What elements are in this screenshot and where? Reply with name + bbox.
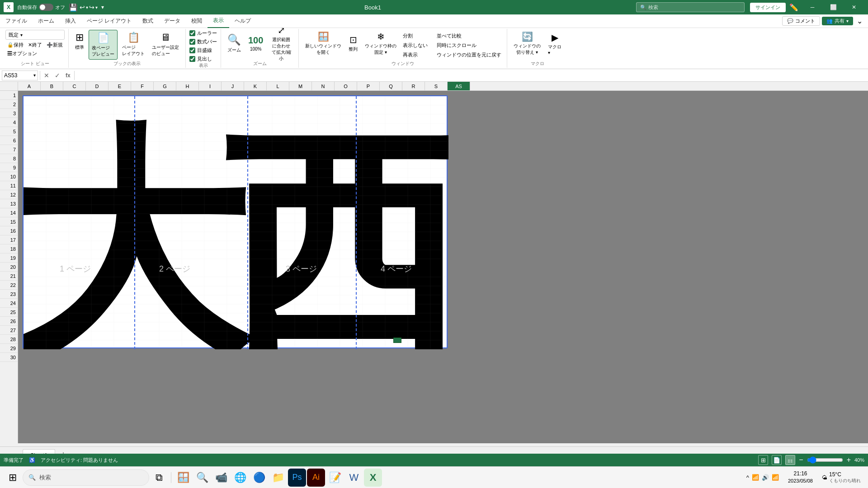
wifi-icon[interactable]: 📶 [772, 474, 779, 481]
col-header-B[interactable]: B [41, 82, 63, 90]
tab-file[interactable]: ファイル [0, 14, 33, 28]
taskbar-app-photoshop[interactable]: Ps [288, 469, 306, 487]
taskbar-app-explorer[interactable]: 📁 [269, 469, 287, 487]
page-layout-status-btn[interactable]: 📄 [772, 455, 782, 465]
ruler-checkbox[interactable]: ルーラー [189, 30, 217, 37]
cell-ref-dropdown-icon[interactable]: ▾ [33, 73, 36, 78]
restore-button[interactable]: ⬜ [823, 0, 844, 14]
new-btn[interactable]: ➕新規 [45, 41, 65, 49]
zoom-fit-btn[interactable]: ⤢ 選択範囲に合わせて拡大/縮小 [268, 30, 295, 57]
taskbar-app-edge[interactable]: 🌐 [231, 469, 249, 487]
tab-data[interactable]: データ [159, 14, 186, 28]
arrange-btn[interactable]: ⊡ 整列 [346, 30, 360, 57]
row-num-16[interactable]: 16 [0, 226, 18, 235]
row-num-6[interactable]: 6 [0, 136, 18, 145]
formula-input[interactable] [76, 70, 866, 80]
page-break-preview-btn[interactable]: 📄 改ページプレビュー [89, 30, 118, 60]
taskbar-app-chrome[interactable]: 🔵 [250, 469, 268, 487]
search-taskbar-btn[interactable]: 🔍 検索 [23, 469, 149, 486]
chevron-up-icon[interactable]: ^ [746, 474, 749, 481]
row-num-3[interactable]: 3 [0, 109, 18, 118]
ribbon-collapse-icon[interactable]: ⌄ [855, 17, 864, 25]
col-header-C[interactable]: C [63, 82, 86, 90]
close-button[interactable]: ✕ [844, 0, 864, 14]
show-btn[interactable]: 再表示 [401, 51, 429, 59]
col-header-M[interactable]: M [289, 82, 312, 90]
zoom-slider[interactable] [807, 456, 843, 464]
new-window-btn[interactable]: 🪟 新しいウィンドウを開く [302, 30, 344, 57]
row-num-25[interactable]: 25 [0, 308, 18, 317]
sheet-view-dropdown-icon[interactable]: ▾ [20, 33, 23, 38]
col-header-N[interactable]: N [312, 82, 335, 90]
row-num-24[interactable]: 24 [0, 299, 18, 308]
insert-function-icon[interactable]: fx [64, 72, 72, 79]
taskbar-app-teams[interactable]: 📹 [212, 469, 230, 487]
row-num-5[interactable]: 5 [0, 127, 18, 136]
col-header-I[interactable]: I [199, 82, 222, 90]
row-num-27[interactable]: 27 [0, 326, 18, 335]
page-preview-area[interactable]: 大 西 1 ページ 2 ページ 3 ページ 4 ページ [18, 91, 868, 443]
row-num-1[interactable]: 1 [0, 91, 18, 100]
end-btn[interactable]: ✕終了 [26, 41, 44, 49]
tab-page-layout[interactable]: ページ レイアウト [81, 14, 137, 28]
row-num-26[interactable]: 26 [0, 317, 18, 326]
row-num-14[interactable]: 14 [0, 208, 18, 217]
vpage-break-2[interactable] [247, 96, 248, 349]
split-btn[interactable]: 分割 [401, 32, 429, 40]
freeze-panes-btn[interactable]: ❄ ウィンドウ枠の固定 ▾ [362, 30, 399, 57]
row-num-17[interactable]: 17 [0, 235, 18, 244]
gridlines-checkbox[interactable]: 目盛線 [189, 47, 217, 54]
redo-dropdown-icon[interactable]: ▾ [95, 5, 98, 10]
row-num-2[interactable]: 2 [0, 100, 18, 109]
save-icon[interactable]: 💾 [69, 3, 78, 12]
normal-view-btn[interactable]: ⊞ 標準 [72, 30, 87, 52]
tab-formulas[interactable]: 数式 [137, 14, 159, 28]
hide-btn[interactable]: 表示しない [401, 41, 429, 50]
tab-insert[interactable]: 挿入 [60, 14, 81, 28]
row-num-10[interactable]: 10 [0, 172, 18, 181]
row-num-13[interactable]: 13 [0, 199, 18, 208]
weather-area[interactable]: 🌤 15°C くもりのち晴れ [818, 469, 864, 486]
col-header-H[interactable]: H [176, 82, 199, 90]
sync-scroll-btn[interactable]: 同時にスクロール [435, 41, 503, 50]
col-header-J[interactable]: J [222, 82, 244, 90]
quick-access-dropdown[interactable]: ▾ [101, 4, 104, 10]
col-header-D[interactable]: D [86, 82, 108, 90]
col-header-L[interactable]: L [267, 82, 289, 90]
normal-view-status-btn[interactable]: ⊞ [758, 455, 768, 465]
macro-btn[interactable]: ▶ マクロ▾ [545, 30, 564, 57]
reset-position-btn[interactable]: ウィンドウの位置を元に戻す [435, 51, 503, 59]
row-num-30[interactable]: 30 [0, 353, 18, 362]
col-header-R[interactable]: R [402, 82, 425, 90]
col-header-K[interactable]: K [244, 82, 267, 90]
tab-help[interactable]: ヘルプ [229, 14, 256, 28]
page-break-status-btn[interactable]: ⚏ [785, 455, 795, 465]
col-header-AS[interactable]: AS [448, 82, 470, 90]
cell-reference-box[interactable]: AS53 ▾ [2, 70, 38, 80]
row-num-12[interactable]: 12 [0, 190, 18, 199]
cancel-formula-icon[interactable]: ✕ [42, 72, 51, 79]
row-num-21[interactable]: 21 [0, 272, 18, 281]
system-tray[interactable]: ^ 📶 🔊 📶 [743, 472, 783, 483]
vpage-break-1[interactable] [134, 96, 135, 349]
row-num-7[interactable]: 7 [0, 145, 18, 154]
col-header-G[interactable]: G [154, 82, 176, 90]
start-button[interactable]: ⊞ [4, 469, 22, 487]
row-num-15[interactable]: 15 [0, 217, 18, 226]
compare-btn[interactable]: 並べて比較 [435, 32, 503, 40]
task-view-btn[interactable]: ⧉ [150, 469, 168, 487]
clock-area[interactable]: 21:16 2023/05/08 [784, 469, 816, 485]
minimize-button[interactable]: ─ [802, 0, 823, 14]
preserve-btn[interactable]: 🔒保持 [5, 41, 25, 49]
row-num-29[interactable]: 29 [0, 344, 18, 353]
tab-review[interactable]: 校閲 [186, 14, 208, 28]
redo-icon[interactable]: ↪ [89, 4, 94, 11]
confirm-formula-icon[interactable]: ✓ [53, 72, 62, 79]
page-layout-btn[interactable]: 📋 ページレイアウト [119, 30, 147, 59]
taskbar-app-search[interactable]: 🔍 [193, 469, 211, 487]
row-num-20[interactable]: 20 [0, 263, 18, 272]
pen-icon[interactable]: ✏️ [789, 3, 798, 12]
zoom-plus-icon[interactable]: + [847, 456, 851, 464]
switch-window-btn[interactable]: 🔄 ウィンドウの切り替え ▾ [511, 30, 543, 57]
col-header-E[interactable]: E [108, 82, 131, 90]
